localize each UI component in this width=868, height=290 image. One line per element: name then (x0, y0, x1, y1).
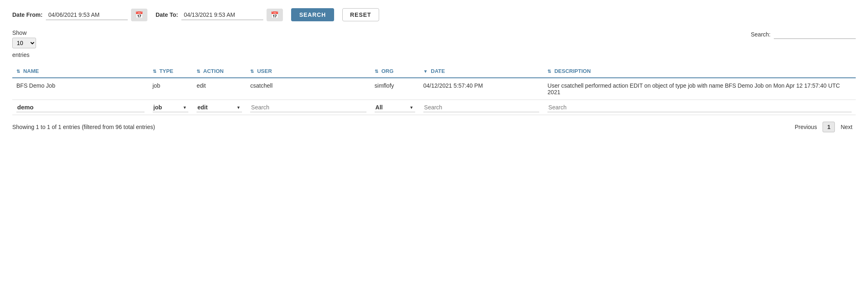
filter-cell-date (419, 100, 544, 115)
filter-cell-user (246, 100, 371, 115)
date-to-input[interactable] (181, 10, 263, 20)
sort-icon-description: ⇅ (547, 69, 551, 74)
filter-action-select[interactable]: edit (197, 103, 242, 112)
previous-page-button[interactable]: Previous (791, 122, 820, 132)
filter-description-input[interactable] (547, 103, 852, 112)
filter-org-select[interactable]: All simflofy (375, 103, 415, 112)
col-header-date[interactable]: ▼ DATE (419, 65, 544, 78)
entries-label: entries (12, 52, 36, 58)
filter-cell-action: edit ▼ (192, 100, 246, 115)
filter-bar: Date From: 📅 Date To: 📅 SEARCH RESET (12, 8, 856, 21)
next-page-button[interactable]: Next (837, 122, 856, 132)
sort-icon-action: ⇅ (197, 69, 200, 74)
filter-type-select[interactable]: job (153, 103, 189, 112)
show-section: Show 10 25 50 100 entries (12, 29, 36, 58)
audit-log-table: ⇅ NAME ⇅ TYPE ⇅ ACTION ⇅ USER ⇅ ORG ▼ DA… (12, 65, 856, 115)
table-controls: Show 10 25 50 100 entries Search: (12, 29, 856, 58)
sort-icon-type: ⇅ (153, 69, 156, 74)
date-from-input[interactable] (46, 10, 128, 20)
table-footer: Showing 1 to 1 of 1 entries (filtered fr… (12, 122, 856, 132)
global-search-section: Search: (751, 29, 856, 39)
table-header-row: ⇅ NAME ⇅ TYPE ⇅ ACTION ⇅ USER ⇅ ORG ▼ DA… (12, 65, 856, 78)
show-label: Show (12, 29, 36, 36)
search-button[interactable]: SEARCH (291, 8, 334, 21)
current-page-number[interactable]: 1 (823, 122, 835, 132)
filter-date-input[interactable] (423, 103, 540, 112)
cell-name: BFS Demo Job (12, 78, 149, 100)
cell-description: User csatchell performed action EDIT on … (543, 78, 856, 100)
date-to-group: Date To: 📅 (156, 9, 283, 21)
date-from-group: Date From: 📅 (12, 9, 147, 21)
filter-cell-type: job ▼ (149, 100, 193, 115)
cell-user: csatchell (246, 78, 371, 100)
col-header-org[interactable]: ⇅ ORG (371, 65, 419, 78)
show-entries-select[interactable]: 10 25 50 100 (12, 38, 36, 48)
table-filter-row: job ▼ edit ▼ All (12, 100, 856, 115)
filter-cell-name (12, 100, 149, 115)
filter-name-input[interactable] (16, 102, 145, 112)
date-from-label: Date From: (12, 11, 43, 18)
sort-icon-date: ▼ (423, 69, 428, 74)
cell-date: 04/12/2021 5:57:40 PM (419, 78, 544, 100)
filter-org-wrapper: All simflofy ▼ (375, 103, 415, 112)
date-from-calendar-button[interactable]: 📅 (131, 9, 147, 21)
sort-icon-org: ⇅ (375, 69, 378, 74)
col-header-action[interactable]: ⇅ ACTION (192, 65, 246, 78)
filter-cell-org: All simflofy ▼ (371, 100, 419, 115)
sort-icon-name: ⇅ (16, 69, 20, 74)
cell-org: simflofy (371, 78, 419, 100)
col-header-name[interactable]: ⇅ NAME (12, 65, 149, 78)
filter-cell-description (543, 100, 856, 115)
global-search-label: Search: (751, 31, 771, 38)
filter-action-wrapper: edit ▼ (197, 103, 242, 112)
col-header-type[interactable]: ⇅ TYPE (149, 65, 193, 78)
global-search-input[interactable] (774, 29, 856, 39)
cell-type: job (149, 78, 193, 100)
table-row: BFS Demo Job job edit csatchell simflofy… (12, 78, 856, 100)
show-select-row: 10 25 50 100 (12, 38, 36, 48)
filter-user-input[interactable] (250, 103, 366, 112)
showing-text: Showing 1 to 1 of 1 entries (filtered fr… (12, 124, 155, 130)
cell-action: edit (192, 78, 246, 100)
date-to-label: Date To: (156, 11, 178, 18)
filter-type-wrapper: job ▼ (153, 103, 189, 112)
col-header-user[interactable]: ⇅ USER (246, 65, 371, 78)
date-to-calendar-button[interactable]: 📅 (267, 9, 283, 21)
col-header-description[interactable]: ⇅ DESCRIPTION (543, 65, 856, 78)
sort-icon-user: ⇅ (250, 69, 254, 74)
pagination: Previous 1 Next (791, 122, 856, 132)
reset-button[interactable]: RESET (342, 8, 379, 21)
